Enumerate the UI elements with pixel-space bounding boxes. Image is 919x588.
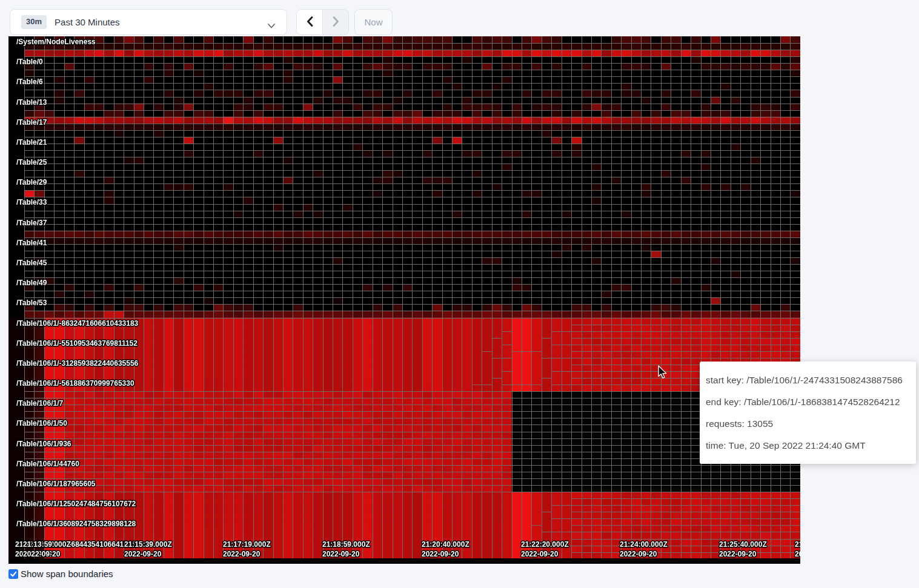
time-nav-button-group xyxy=(296,9,349,35)
now-button[interactable]: Now xyxy=(354,9,393,35)
time-window-label: Past 30 Minutes xyxy=(55,17,120,27)
tooltip-time: time: Tue, 20 Sep 2022 21:24:40 GMT xyxy=(706,435,910,457)
tooltip-end-key: end key: /Table/106/1/-18683814745282642… xyxy=(706,391,910,413)
key-visualizer-canvas[interactable] xyxy=(8,36,800,564)
prev-window-button[interactable] xyxy=(297,10,323,35)
show-span-boundaries-checkbox[interactable] xyxy=(8,569,18,579)
time-window-badge: 30m xyxy=(21,15,47,29)
show-span-boundaries: Show span boundaries xyxy=(8,569,113,579)
hover-tooltip: start key: /Table/106/1/-247433150824388… xyxy=(700,362,916,464)
chevron-left-icon xyxy=(306,16,314,29)
key-visualizer xyxy=(8,36,800,564)
next-window-button[interactable] xyxy=(323,10,348,35)
tooltip-start-key: start key: /Table/106/1/-247433150824388… xyxy=(706,369,910,391)
show-span-boundaries-label: Show span boundaries xyxy=(21,569,113,579)
toolbar: 30m Past 30 Minutes Now xyxy=(0,0,919,36)
chevron-right-icon xyxy=(332,16,340,29)
tooltip-requests: requests: 13055 xyxy=(706,413,910,435)
checkmark-icon xyxy=(10,570,17,578)
chevron-down-icon xyxy=(267,21,276,31)
time-window-select[interactable]: 30m Past 30 Minutes xyxy=(10,9,287,35)
